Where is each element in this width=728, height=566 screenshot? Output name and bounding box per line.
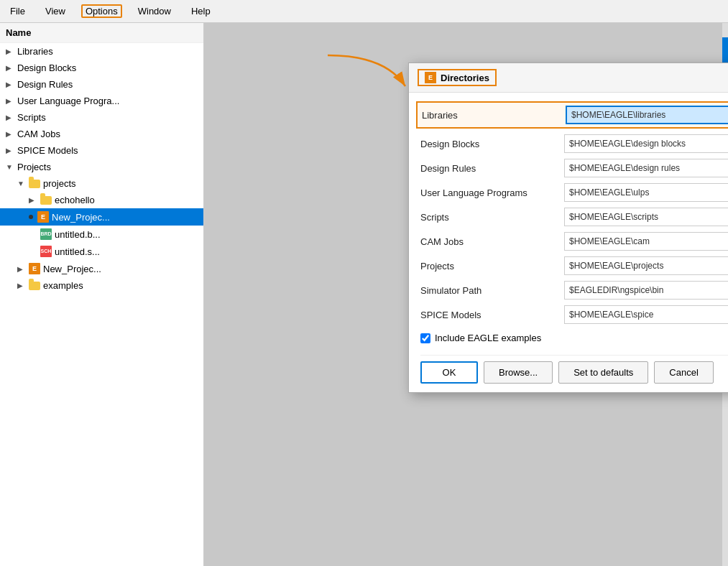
dir-row-user-language: User Language Programs bbox=[420, 183, 728, 202]
dir-label-design-rules: Design Rules bbox=[420, 163, 564, 174]
bullet-icon bbox=[29, 215, 33, 219]
dir-input-spice-models[interactable] bbox=[564, 305, 728, 324]
sidebar-label-examples: examples bbox=[43, 280, 83, 291]
dir-row-cam-jobs: CAM Jobs bbox=[420, 232, 728, 251]
sidebar-label-libraries: Libraries bbox=[17, 46, 53, 57]
sidebar-item-cam-jobs[interactable]: ▶ CAM Jobs bbox=[0, 126, 203, 142]
arrow-icon: ▶ bbox=[17, 265, 26, 273]
set-defaults-button[interactable]: Set to defaults bbox=[558, 361, 648, 384]
dialog-eagle-icon: E bbox=[425, 72, 436, 83]
sidebar-item-new-project2[interactable]: ▶ E New_Projec... bbox=[0, 260, 203, 277]
directories-dialog: E Directories × Libraries Design Blocks bbox=[408, 62, 728, 393]
brd-icon: BRD bbox=[40, 228, 52, 240]
dir-row-libraries: Libraries bbox=[416, 101, 728, 129]
folder-icon bbox=[40, 196, 52, 205]
arrow-icon: ▶ bbox=[6, 147, 14, 154]
dir-row-simulator-path: Simulator Path bbox=[420, 281, 728, 300]
sidebar-label-design-rules: Design Rules bbox=[17, 79, 73, 90]
sidebar-item-spice-models[interactable]: ▶ SPICE Models bbox=[0, 142, 203, 159]
dir-row-scripts: Scripts bbox=[420, 208, 728, 226]
dir-label-user-language: User Language Programs bbox=[420, 187, 564, 198]
sidebar-item-echohello[interactable]: ▶ echohello bbox=[0, 192, 203, 208]
dir-row-design-rules: Design Rules bbox=[420, 159, 728, 177]
sidebar-item-libraries[interactable]: ▶ Libraries bbox=[0, 43, 203, 60]
dir-label-projects: Projects bbox=[420, 261, 564, 272]
arrow-icon: ▼ bbox=[17, 180, 26, 187]
dir-label-cam-jobs: CAM Jobs bbox=[420, 236, 564, 247]
dir-label-scripts: Scripts bbox=[420, 212, 564, 223]
sidebar-item-design-rules[interactable]: ▶ Design Rules bbox=[0, 76, 203, 93]
cancel-button[interactable]: Cancel bbox=[654, 361, 713, 384]
sidebar-label-projects-folder: projects bbox=[43, 178, 76, 189]
arrow-icon: ▶ bbox=[29, 196, 37, 204]
dialog-buttons: OK Browse... Set to defaults Cancel bbox=[420, 355, 728, 384]
menu-view[interactable]: View bbox=[41, 4, 70, 18]
folder-icon bbox=[29, 180, 40, 188]
arrow-icon: ▶ bbox=[6, 64, 14, 72]
left-panel-header: Name bbox=[0, 23, 203, 43]
sidebar-label-new-project2: New_Projec... bbox=[43, 264, 101, 274]
sidebar-label-untitled-brd: untitled.b... bbox=[55, 229, 101, 240]
dir-label-spice-models: SPICE Models bbox=[420, 310, 564, 320]
include-examples-row: Include EAGLE examples bbox=[420, 333, 728, 343]
folder-icon bbox=[29, 282, 40, 290]
dialog-title: Directories bbox=[441, 73, 489, 83]
arrow-icon: ▶ bbox=[6, 130, 14, 138]
dir-input-libraries[interactable] bbox=[566, 106, 728, 124]
dialog-titlebar: E Directories × bbox=[409, 63, 728, 93]
arrow-icon: ▶ bbox=[6, 80, 14, 88]
sidebar-label-user-language: User Language Progra... bbox=[17, 96, 119, 106]
ok-button[interactable]: OK bbox=[420, 361, 478, 384]
sidebar-label-design-blocks: Design Blocks bbox=[17, 62, 76, 73]
sidebar-item-projects[interactable]: ▼ Projects bbox=[0, 159, 203, 175]
sidebar-label-cam-jobs: CAM Jobs bbox=[17, 129, 60, 139]
arrow-icon: ▶ bbox=[6, 97, 14, 105]
sidebar-item-examples[interactable]: ▶ examples bbox=[0, 277, 203, 294]
dir-input-scripts[interactable] bbox=[564, 208, 728, 226]
eagle-icon: E bbox=[37, 211, 49, 223]
dir-input-design-rules[interactable] bbox=[564, 159, 728, 177]
menu-help[interactable]: Help bbox=[187, 4, 215, 18]
left-panel: Name ▶ Libraries ▶ Design Blocks ▶ Desig… bbox=[0, 23, 204, 566]
dialog-body: Libraries Design Blocks Design Rules Use… bbox=[409, 93, 728, 392]
dir-input-projects[interactable] bbox=[564, 256, 728, 275]
sidebar-item-projects-folder[interactable]: ▼ projects bbox=[0, 175, 203, 192]
arrow-icon: ▶ bbox=[6, 47, 14, 55]
sidebar-item-untitled-sch[interactable]: SCH untitled.s... bbox=[0, 243, 203, 260]
right-area: E Directories × Libraries Design Blocks bbox=[204, 23, 728, 566]
browse-button[interactable]: Browse... bbox=[484, 361, 553, 384]
dir-label-libraries: Libraries bbox=[422, 110, 566, 121]
arrow-icon: ▶ bbox=[6, 113, 14, 121]
main-layout: Name ▶ Libraries ▶ Design Blocks ▶ Desig… bbox=[0, 23, 728, 566]
sidebar-item-design-blocks[interactable]: ▶ Design Blocks bbox=[0, 60, 203, 76]
sidebar-item-scripts[interactable]: ▶ Scripts bbox=[0, 109, 203, 126]
sidebar-label-scripts: Scripts bbox=[17, 112, 46, 123]
sidebar-label-new-project: New_Projec... bbox=[52, 212, 110, 223]
sidebar-label-untitled-sch: untitled.s... bbox=[55, 246, 100, 257]
arrow-annotation bbox=[321, 52, 414, 95]
sidebar-item-user-language[interactable]: ▶ User Language Progra... bbox=[0, 93, 203, 109]
dir-label-design-blocks: Design Blocks bbox=[420, 139, 564, 149]
dir-row-design-blocks: Design Blocks bbox=[420, 134, 728, 153]
menubar: File View Options Window Help bbox=[0, 0, 728, 23]
dialog-title-area: E Directories bbox=[418, 69, 497, 86]
dir-row-projects: Projects bbox=[420, 256, 728, 275]
include-examples-checkbox[interactable] bbox=[420, 333, 430, 343]
include-examples-label: Include EAGLE examples bbox=[435, 333, 541, 343]
sidebar-item-untitled-brd[interactable]: BRD untitled.b... bbox=[0, 226, 203, 243]
dir-label-simulator-path: Simulator Path bbox=[420, 285, 564, 296]
sidebar-label-projects: Projects bbox=[17, 162, 51, 172]
dir-input-cam-jobs[interactable] bbox=[564, 232, 728, 251]
sidebar-label-echohello: echohello bbox=[55, 195, 95, 205]
menu-window[interactable]: Window bbox=[134, 4, 175, 18]
dir-input-user-language[interactable] bbox=[564, 183, 728, 202]
sidebar-item-new-project[interactable]: E New_Projec... bbox=[0, 208, 203, 226]
arrow-icon: ▶ bbox=[17, 282, 26, 289]
menu-options[interactable]: Options bbox=[81, 4, 122, 18]
dir-input-simulator-path[interactable] bbox=[564, 281, 728, 300]
dir-input-design-blocks[interactable] bbox=[564, 134, 728, 153]
menu-file[interactable]: File bbox=[6, 4, 29, 18]
eagle-icon: E bbox=[29, 263, 40, 274]
sidebar-label-spice-models: SPICE Models bbox=[17, 145, 78, 156]
sch-icon: SCH bbox=[40, 246, 52, 257]
